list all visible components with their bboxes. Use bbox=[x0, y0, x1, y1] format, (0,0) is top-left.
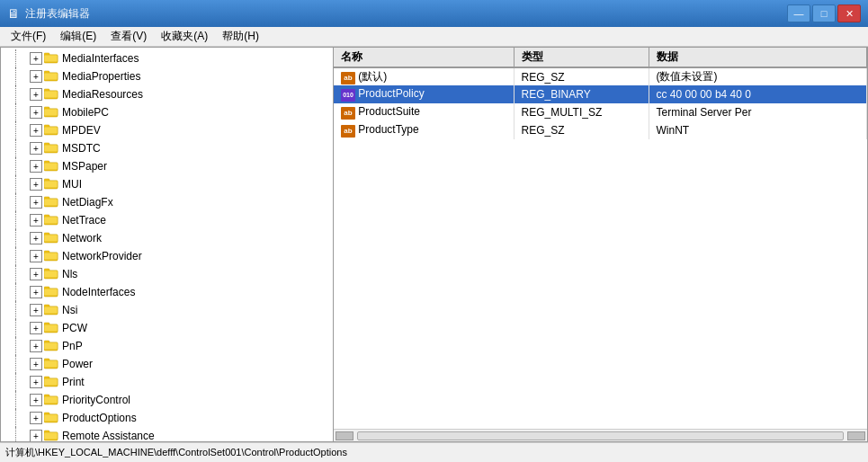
tree-expand-icon[interactable]: + bbox=[30, 214, 42, 227]
folder-icon bbox=[44, 267, 58, 282]
tree-line-icon bbox=[15, 103, 30, 121]
tree-expand-icon[interactable]: + bbox=[30, 268, 42, 280]
col-type: 类型 bbox=[514, 48, 649, 67]
tree-scroll[interactable]: + MediaInterfaces+ MediaProperties+ Medi… bbox=[1, 48, 333, 441]
folder-icon bbox=[44, 429, 58, 442]
tree-line-icon bbox=[15, 157, 30, 175]
tree-item-power[interactable]: + Power bbox=[1, 355, 333, 373]
tree-expand-icon[interactable]: + bbox=[30, 232, 42, 244]
folder-icon bbox=[44, 159, 58, 174]
menu-edit[interactable]: 编辑(E) bbox=[53, 27, 103, 46]
binary-icon: 010 bbox=[341, 89, 355, 102]
tree-item-label: ProductOptions bbox=[62, 412, 137, 424]
tree-item-mediaresources[interactable]: + MediaResources bbox=[1, 85, 333, 103]
col-name: 名称 bbox=[334, 48, 514, 67]
tree-line-icon bbox=[15, 121, 30, 139]
tree-expand-icon[interactable]: + bbox=[30, 304, 42, 316]
cell-type: REG_SZ bbox=[514, 121, 649, 139]
tree-item-prioritycontrol[interactable]: + PriorityControl bbox=[1, 391, 333, 409]
tree-item-mspaper[interactable]: + MSPaper bbox=[1, 157, 333, 175]
h-scrollbar-thumb[interactable] bbox=[357, 431, 844, 440]
cell-data: WinNT bbox=[649, 121, 867, 139]
svg-rect-88 bbox=[44, 307, 58, 314]
tree-item-pnp[interactable]: + PnP bbox=[1, 337, 333, 355]
cell-name: ab ProductType bbox=[334, 121, 514, 139]
table-row[interactable]: ab ProductSuiteREG_MULTI_SZTerminal Serv… bbox=[334, 103, 867, 121]
tree-expand-icon[interactable]: + bbox=[30, 52, 42, 65]
tree-item-nettrace[interactable]: + NetTrace bbox=[1, 211, 333, 229]
tree-expand-icon[interactable]: + bbox=[30, 106, 42, 119]
tree-item-productoptions[interactable]: + ProductOptions bbox=[1, 409, 333, 427]
tree-expand-icon[interactable]: + bbox=[30, 142, 42, 155]
tree-item-label: MPDEV bbox=[62, 124, 101, 137]
tree-item-mpdev[interactable]: + MPDEV bbox=[1, 121, 333, 139]
cell-name: 010 ProductPolicy bbox=[334, 85, 514, 103]
tree-expand-icon[interactable]: + bbox=[30, 340, 42, 352]
tree-line-icon bbox=[15, 373, 30, 391]
tree-line-icon bbox=[15, 229, 30, 247]
tree-line-icon bbox=[15, 301, 30, 319]
table-row[interactable]: 010 ProductPolicyREG_BINARYcc 40 00 00 b… bbox=[334, 85, 867, 103]
tree-item-remoteassistance[interactable]: + Remote Assistance bbox=[1, 427, 333, 441]
folder-icon bbox=[44, 87, 58, 102]
tree-line-icon bbox=[15, 175, 30, 193]
menu-favorites[interactable]: 收藏夹(A) bbox=[154, 27, 215, 46]
tree-item-nls[interactable]: + Nls bbox=[1, 265, 333, 283]
tree-expand-icon[interactable]: + bbox=[30, 394, 42, 406]
tree-item-label: MediaInterfaces bbox=[62, 52, 139, 65]
folder-icon bbox=[44, 303, 58, 318]
tree-item-msdtc[interactable]: + MSDTC bbox=[1, 139, 333, 157]
minimize-button[interactable]: — bbox=[787, 4, 810, 22]
ab-icon: ab bbox=[341, 125, 355, 138]
tree-item-mui[interactable]: + MUI bbox=[1, 175, 333, 193]
horizontal-scrollbar[interactable] bbox=[334, 429, 867, 441]
svg-rect-112 bbox=[44, 378, 58, 386]
tree-item-mediainterfaces[interactable]: + MediaInterfaces bbox=[1, 49, 333, 67]
tree-item-print[interactable]: + Print bbox=[1, 373, 333, 391]
svg-rect-52 bbox=[44, 199, 58, 206]
tree-line-icon bbox=[15, 85, 30, 103]
svg-rect-70 bbox=[44, 253, 58, 260]
tree-line-icon bbox=[15, 391, 30, 409]
registry-table[interactable]: 名称 类型 数据 ab (默认)REG_SZ(数值未设置)010 Product… bbox=[334, 48, 867, 429]
tree-item-netdiagfx[interactable]: + NetDiagFx bbox=[1, 193, 333, 211]
cell-name: ab ProductSuite bbox=[334, 103, 514, 121]
folder-icon bbox=[44, 321, 58, 336]
tree-expand-icon[interactable]: + bbox=[30, 412, 42, 424]
folder-icon bbox=[44, 213, 58, 228]
tree-expand-icon[interactable]: + bbox=[30, 70, 42, 83]
maximize-button[interactable]: □ bbox=[812, 4, 836, 22]
tree-item-mobilepc[interactable]: + MobilePC bbox=[1, 103, 333, 121]
tree-expand-icon[interactable]: + bbox=[30, 160, 42, 173]
tree-expand-icon[interactable]: + bbox=[30, 430, 42, 441]
folder-icon bbox=[44, 393, 58, 408]
menu-help[interactable]: 帮助(H) bbox=[215, 27, 266, 46]
tree-expand-icon[interactable]: + bbox=[30, 196, 42, 209]
tree-expand-icon[interactable]: + bbox=[30, 250, 42, 262]
menu-file[interactable]: 文件(F) bbox=[4, 27, 53, 46]
tree-item-mediaproperties[interactable]: + MediaProperties bbox=[1, 67, 333, 85]
tree-item-nsi[interactable]: + Nsi bbox=[1, 301, 333, 319]
cell-name: ab (默认) bbox=[334, 67, 514, 85]
table-row[interactable]: ab ProductTypeREG_SZWinNT bbox=[334, 121, 867, 139]
svg-rect-82 bbox=[44, 289, 58, 296]
tree-expand-icon[interactable]: + bbox=[30, 376, 42, 388]
table-row[interactable]: ab (默认)REG_SZ(数值未设置) bbox=[334, 67, 867, 85]
tree-item-nodeinterfaces[interactable]: + NodeInterfaces bbox=[1, 283, 333, 301]
tree-expand-icon[interactable]: + bbox=[30, 178, 42, 191]
svg-rect-40 bbox=[44, 163, 58, 170]
tree-expand-icon[interactable]: + bbox=[30, 124, 42, 137]
tree-line-icon bbox=[15, 193, 30, 211]
tree-item-pcw[interactable]: + PCW bbox=[1, 319, 333, 337]
tree-item-label: Power bbox=[62, 358, 93, 370]
tree-expand-icon[interactable]: + bbox=[30, 322, 42, 334]
tree-expand-icon[interactable]: + bbox=[30, 358, 42, 370]
tree-item-network[interactable]: + Network bbox=[1, 229, 333, 247]
tree-expand-icon[interactable]: + bbox=[30, 88, 42, 101]
tree-item-networkprovider[interactable]: + NetworkProvider bbox=[1, 247, 333, 265]
tree-expand-icon[interactable]: + bbox=[30, 286, 42, 298]
title-bar-icon: 🖥 bbox=[7, 6, 20, 21]
menu-view[interactable]: 查看(V) bbox=[103, 27, 154, 46]
close-button[interactable]: ✕ bbox=[837, 4, 861, 22]
folder-icon bbox=[44, 123, 58, 138]
